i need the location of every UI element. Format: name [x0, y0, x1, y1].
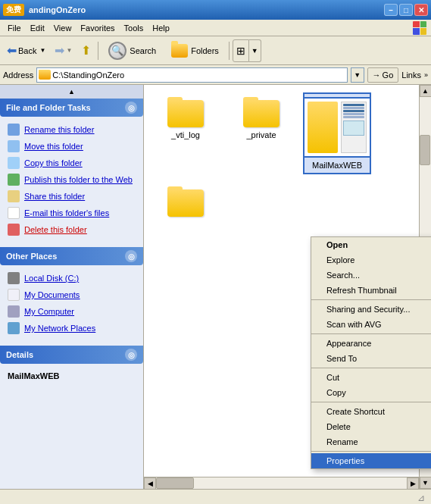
folder-unnamed[interactable] [151, 182, 220, 224]
search-button[interactable]: 🔍 Search [102, 39, 163, 62]
ctx-sharing-security[interactable]: Sharing and Security... [311, 302, 431, 317]
local-disk-link[interactable]: Local Disk (C:) [0, 270, 143, 286]
address-dropdown[interactable]: ▼ [351, 67, 364, 83]
right-content: ▲ ▼ _vti_log _private [144, 85, 431, 489]
ctx-send-to[interactable]: Send To ▶ [311, 351, 431, 366]
menu-edit[interactable]: Edit [26, 22, 49, 34]
delete-link[interactable]: Delete this folder [0, 221, 143, 238]
folders-icon [171, 44, 188, 58]
menu-help[interactable]: Help [148, 22, 174, 34]
folder-mailmaxweb[interactable]: MailMaxWEB [303, 92, 371, 174]
address-folder-icon [39, 70, 51, 80]
ctx-sep-4 [311, 402, 431, 402]
ctx-open[interactable]: Open [311, 237, 431, 252]
ctx-search[interactable]: Search... [311, 268, 431, 283]
my-computer-link[interactable]: My Computer [0, 303, 143, 320]
other-places-header[interactable]: Other Places ◎ [0, 247, 143, 265]
ctx-properties[interactable]: Properties [311, 453, 431, 468]
folders-label: Folders [191, 46, 219, 55]
other-places-section: Other Places ◎ Local Disk (C:) My Docume… [0, 247, 143, 341]
view-button-group: ⊞ ▼ [233, 39, 261, 62]
thumb-line-4 [343, 113, 364, 115]
scroll-right-arrow[interactable]: ▶ [407, 477, 419, 490]
view-icon: ⊞ [236, 45, 245, 57]
links-chevron-icon: » [424, 71, 428, 79]
windows-logo [411, 20, 428, 36]
address-bar: Address ▼ → Go Links » [0, 65, 431, 85]
file-tasks-collapse[interactable]: ◎ [125, 102, 137, 114]
address-input-wrap[interactable] [36, 67, 347, 83]
ctx-explore[interactable]: Explore [311, 252, 431, 268]
delete-icon [8, 224, 20, 236]
close-button[interactable]: ✕ [414, 4, 428, 16]
ctx-refresh-thumbnail[interactable]: Refresh Thumbnail [311, 283, 431, 298]
forward-dropdown-icon[interactable]: ▼ [66, 47, 72, 54]
badge: 免费 [3, 4, 24, 16]
folders-button[interactable]: Folders [164, 39, 226, 62]
other-places-title: Other Places [6, 252, 57, 261]
view-button[interactable]: ⊞ [233, 39, 249, 62]
folder-mailmaxweb-name: MailMaxWEB [312, 161, 362, 170]
scroll-thumb[interactable] [420, 135, 430, 165]
details-title: Details [6, 350, 33, 359]
maximize-button[interactable]: □ [399, 4, 413, 16]
rename-label: Rename this folder [24, 125, 94, 134]
details-section: Details ◎ MailMaxWEB [0, 346, 143, 388]
scroll-down-arrow[interactable]: ▼ [420, 477, 432, 489]
ctx-scan-avg[interactable]: Scan with AVG [311, 317, 431, 332]
ctx-copy[interactable]: Copy [311, 385, 431, 400]
forward-arrow-icon: ➡ [55, 43, 64, 58]
toolbar-separator-1 [98, 42, 98, 60]
view-dropdown-button[interactable]: ▼ [249, 39, 261, 62]
ctx-appearance[interactable]: Appearance [311, 336, 431, 351]
file-tasks-header[interactable]: File and Folder Tasks ◎ [0, 99, 143, 117]
address-input[interactable] [52, 70, 345, 80]
links-label[interactable]: Links [401, 70, 421, 80]
minimize-button[interactable]: – [384, 4, 398, 16]
horizontal-scrollbar[interactable]: ◀ ▶ [144, 477, 419, 489]
h-scroll-track[interactable] [156, 477, 407, 489]
back-button[interactable]: ⬅ Back ▼ [3, 39, 49, 62]
ctx-rename[interactable]: Rename [311, 434, 431, 449]
h-scroll-thumb[interactable] [156, 477, 194, 489]
ctx-delete[interactable]: Delete [311, 419, 431, 434]
folder-vti-log-icon [167, 97, 204, 127]
up-button[interactable]: ⬆ [77, 39, 95, 62]
menu-file[interactable]: File [3, 22, 26, 34]
my-docs-link[interactable]: My Documents [0, 286, 143, 303]
rename-link[interactable]: Rename this folder [0, 121, 143, 138]
ctx-cut[interactable]: Cut [311, 370, 431, 385]
menu-view[interactable]: View [49, 22, 77, 34]
other-places-collapse[interactable]: ◎ [125, 250, 137, 262]
ctx-create-shortcut[interactable]: Create Shortcut [311, 404, 431, 419]
window-title: andingOnZero [29, 5, 384, 14]
share-link[interactable]: Share this folder [0, 188, 143, 205]
thumbnail-content [305, 99, 370, 156]
details-collapse[interactable]: ◎ [125, 349, 137, 361]
window-controls: – □ ✕ [384, 4, 428, 16]
folder-mailmaxweb-thumbnail [303, 97, 371, 158]
menu-tools[interactable]: Tools [120, 22, 148, 34]
move-link[interactable]: Move this folder [0, 138, 143, 155]
title-bar: 免费 andingOnZero – □ ✕ [0, 0, 431, 20]
scroll-left-arrow[interactable]: ◀ [144, 477, 156, 490]
folder-vti-log[interactable]: _vti_log [151, 92, 220, 174]
left-panel-scroll-up[interactable]: ▲ [0, 85, 143, 99]
forward-button[interactable]: ➡ ▼ [51, 39, 76, 62]
copy-label: Copy this folder [24, 158, 82, 167]
folder-private[interactable]: _private [227, 92, 295, 174]
copy-link[interactable]: Copy this folder [0, 155, 143, 171]
scroll-up-arrow[interactable]: ▲ [420, 85, 432, 97]
publish-link[interactable]: Publish this folder to the Web [0, 171, 143, 188]
ctx-sep-5 [311, 451, 431, 452]
folders-grid: _vti_log _private [144, 85, 431, 232]
email-link[interactable]: E-mail this folder's files [0, 205, 143, 221]
go-button[interactable]: → Go [367, 67, 399, 83]
menu-favorites[interactable]: Favorites [76, 22, 119, 34]
ctx-send-to-label: Send To [326, 354, 357, 363]
back-dropdown-icon[interactable]: ▼ [39, 47, 45, 54]
resize-handle[interactable]: ⊿ [413, 491, 425, 503]
details-header[interactable]: Details ◎ [0, 346, 143, 364]
local-disk-label: Local Disk (C:) [24, 274, 79, 283]
my-network-link[interactable]: My Network Places [0, 320, 143, 337]
